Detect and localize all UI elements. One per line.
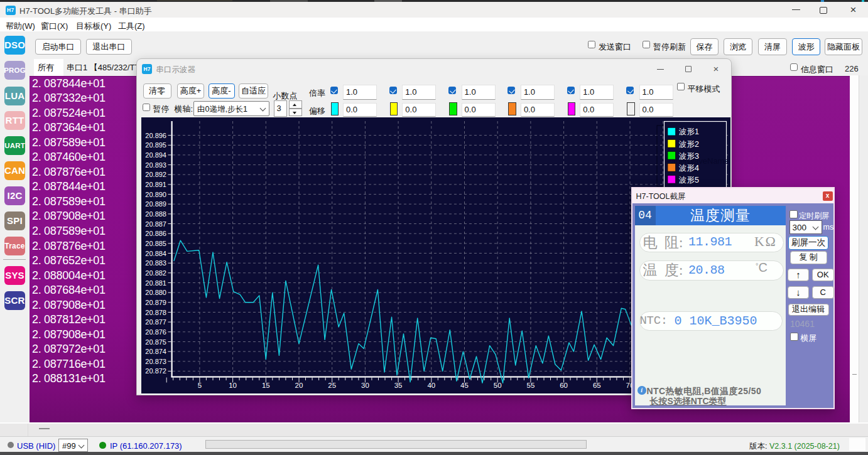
svg-text:40: 40 <box>427 382 435 389</box>
svg-text:20.891: 20.891 <box>145 181 166 188</box>
svg-text:20.875: 20.875 <box>145 338 166 346</box>
svg-text:20.889: 20.889 <box>145 200 166 208</box>
svg-text:55: 55 <box>526 382 534 389</box>
svg-text:20.882: 20.882 <box>145 269 166 277</box>
svg-text:20.894: 20.894 <box>145 151 166 159</box>
svg-text:20.884: 20.884 <box>145 250 166 257</box>
svg-text:20.895: 20.895 <box>145 141 166 149</box>
svg-text:20.883: 20.883 <box>145 259 166 267</box>
svg-text:20.873: 20.873 <box>145 358 166 365</box>
svg-text:20.874: 20.874 <box>145 348 166 355</box>
svg-text:20.879: 20.879 <box>145 299 166 306</box>
svg-text:65: 65 <box>592 382 600 389</box>
svg-text:20.896: 20.896 <box>145 132 166 139</box>
svg-text:20.881: 20.881 <box>145 279 166 287</box>
svg-text:20.876: 20.876 <box>145 328 166 336</box>
svg-text:60: 60 <box>560 382 568 389</box>
svg-text:30: 30 <box>361 382 369 389</box>
svg-text:20.878: 20.878 <box>145 309 166 316</box>
svg-text:20.886: 20.886 <box>145 230 166 237</box>
svg-text:波形4: 波形4 <box>678 164 699 173</box>
svg-text:波形2: 波形2 <box>678 140 699 149</box>
svg-text:波形1: 波形1 <box>678 127 699 136</box>
svg-text:20.888: 20.888 <box>145 210 166 218</box>
svg-text:35: 35 <box>394 382 402 389</box>
svg-text:20.885: 20.885 <box>145 240 166 247</box>
svg-text:20: 20 <box>295 382 303 389</box>
svg-text:波形5: 波形5 <box>678 176 699 185</box>
svg-text:50: 50 <box>493 382 501 389</box>
svg-text:20.872: 20.872 <box>145 367 166 375</box>
svg-text:15: 15 <box>261 382 269 389</box>
svg-text:20.880: 20.880 <box>145 289 166 296</box>
svg-text:20.877: 20.877 <box>145 318 166 326</box>
svg-text:10: 10 <box>229 382 237 389</box>
svg-text:25: 25 <box>328 382 336 389</box>
svg-text:20.893: 20.893 <box>145 161 166 169</box>
svg-text:20.892: 20.892 <box>145 171 166 178</box>
svg-text:20.887: 20.887 <box>145 220 166 228</box>
svg-text:5: 5 <box>197 382 201 389</box>
svg-text:45: 45 <box>460 382 469 389</box>
svg-text:20.890: 20.890 <box>145 191 166 198</box>
svg-text:波形3: 波形3 <box>678 152 699 161</box>
